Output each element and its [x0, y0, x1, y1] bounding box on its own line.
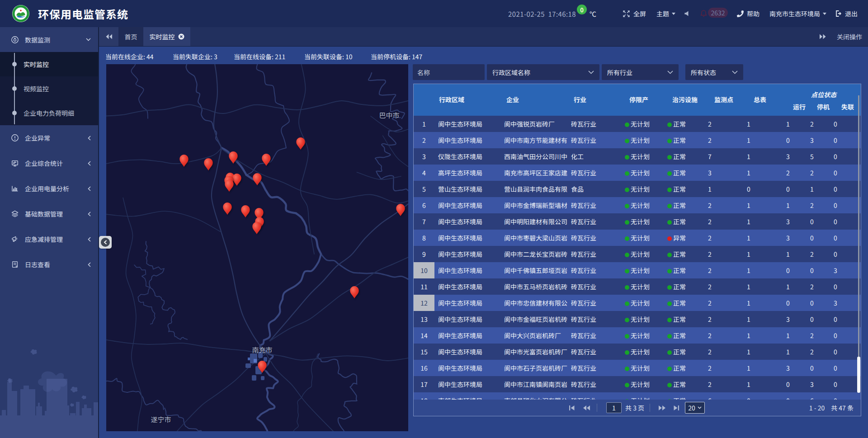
row-index: 2	[414, 132, 434, 148]
table-row[interactable]: 4 高坪生态环境局 南充市高坪区王家店建 砖瓦行业 无计划 正常 3 1 2 2…	[414, 165, 861, 181]
map-pin[interactable]	[296, 137, 306, 150]
fullscreen-button[interactable]: 全屏	[623, 0, 646, 27]
sidebar-item-power-load-detail[interactable]: 企业电力负荷明细	[0, 101, 99, 125]
tab-realtime-monitor[interactable]: 实时监控	[143, 27, 190, 46]
tabs-scroll-right-button[interactable]	[819, 34, 826, 39]
col-header-lost[interactable]: 失联	[841, 102, 854, 111]
map-pin[interactable]	[261, 153, 271, 166]
row-index: 11	[414, 278, 434, 295]
logout-button[interactable]: 退出	[835, 0, 858, 27]
cell-company: 阆中市光富页岩机砖厂	[500, 347, 567, 356]
sidebar-item-realtime-monitor[interactable]: 实时监控	[0, 52, 99, 76]
table-row[interactable]: 1 阆中生态环境局 阆中强锐页岩砖厂 砖瓦行业 无计划 正常 2 1 1 2 0	[414, 116, 861, 132]
table-row[interactable]: 12 阆中生态环境局 阆中市忠信建材有限公 砖瓦行业 无计划 正常 2 1 0 …	[414, 295, 861, 311]
col-header-limit[interactable]: 停限产	[629, 95, 648, 104]
cell-points: 2	[697, 136, 723, 145]
map-pin[interactable]	[222, 202, 232, 215]
col-header-company[interactable]: 企业	[506, 95, 519, 104]
col-header-points[interactable]: 监测点	[714, 95, 733, 104]
tab-home[interactable]: 首页	[118, 27, 143, 46]
sidebar-group-emergency[interactable]: 应急减排管理	[0, 226, 99, 252]
first-page-button[interactable]	[569, 400, 575, 416]
next-page-button[interactable]	[658, 400, 666, 416]
close-operations-button[interactable]: 关闭操作	[837, 32, 862, 41]
sidebar-item-video-monitor[interactable]: 视频监控	[0, 76, 99, 101]
org-dropdown[interactable]: 南充市生态环境局	[769, 0, 826, 27]
table-scrollbar-thumb[interactable]	[857, 357, 860, 393]
cell-limit-status: 无计划	[621, 119, 664, 128]
sidebar-item-label: 企业电力负荷明细	[24, 108, 74, 118]
table-row[interactable]: 5 营山生态环境局 营山县润丰肉食品有限 食品 无计划 正常 1 0 0 1 0	[414, 181, 861, 197]
table-row[interactable]: 7 阆中生态环境局 阆中明阳建材有限公司 砖瓦行业 无计划 正常 2 1 3 0…	[414, 213, 861, 230]
table-row[interactable]: 15 阆中生态环境局 阆中市光富页岩机砖厂 砖瓦行业 无计划 正常 2 1 1 …	[414, 344, 861, 360]
status-select[interactable]: 所有状态	[685, 64, 743, 80]
sidebar-group-logs[interactable]: 日志查看	[0, 252, 99, 277]
sidebar-group-data-monitor[interactable]: 数据监测	[0, 27, 99, 52]
cell-company: 阆中市金博瑞新型墙材	[500, 201, 567, 210]
map-pin[interactable]	[252, 221, 262, 235]
cell-facility-status: 异常	[664, 233, 697, 242]
page-size-select[interactable]: 20	[685, 402, 705, 414]
table-row[interactable]: 3 仪陇生态环境局 西南油气田分公司川中 化工 无计划 正常 7 1 3 5 0	[414, 148, 861, 165]
map-collapse-button[interactable]	[99, 236, 112, 249]
cell-industry: 砖瓦行业	[567, 201, 621, 210]
sidebar-group-base-data[interactable]: 基础数据管理	[0, 201, 99, 226]
cell-industry: 砖瓦行业	[567, 298, 621, 307]
page-number-input[interactable]	[606, 402, 622, 413]
row-index: 4	[414, 165, 434, 181]
map-pin[interactable]	[224, 179, 234, 192]
map-pin[interactable]	[179, 154, 189, 167]
table-scrollbar-track[interactable]	[858, 95, 859, 393]
notification-count-badge[interactable]: 2632	[708, 8, 728, 18]
pager-divider	[650, 404, 650, 412]
table-row[interactable]: 2 阆中生态环境局 阆中市南方节能建材有 砖瓦行业 无计划 正常 2 1 0 3…	[414, 132, 861, 148]
sidebar-group-power-analysis[interactable]: 企业用电量分析	[0, 176, 99, 201]
table-row[interactable]: 8 阆中生态环境局 阆中市枣碧大梁山页岩 砖瓦行业 无计划 异常 2 1 3 0…	[414, 230, 861, 246]
cell-points: 2	[697, 119, 723, 128]
col-header-run[interactable]: 运行	[793, 102, 806, 111]
table-row[interactable]: 16 阆中生态环境局 阆中市石子页岩机砖厂 砖瓦行业 无计划 正常 2 1 3 …	[414, 360, 861, 376]
table-row[interactable]: 11 阆中生态环境局 阆中市五马桥页岩机砖 砖瓦行业 无计划 正常 2 1 1 …	[414, 278, 861, 295]
col-header-facility[interactable]: 治污设施	[672, 95, 698, 104]
mute-speaker-button[interactable]	[683, 0, 690, 27]
theme-dropdown[interactable]: 主题	[656, 0, 675, 27]
col-header-stop[interactable]: 停机	[817, 102, 830, 111]
cell-region: 阆中生态环境局	[434, 298, 500, 307]
table-row[interactable]: 9 阆中生态环境局 阆中市二龙长宝页岩砖 砖瓦行业 无计划 正常 2 1 1 2…	[414, 246, 861, 262]
col-header-industry[interactable]: 行业	[574, 95, 586, 104]
bell-icon	[700, 10, 707, 18]
tab-close-icon[interactable]	[178, 33, 184, 40]
map-pin[interactable]	[257, 360, 267, 373]
table-row[interactable]: 10 阆中生态环境局 阆中千佛镇五郎垭页岩 砖瓦行业 无计划 正常 2 1 0 …	[414, 262, 861, 278]
map-pin[interactable]	[252, 173, 262, 186]
map-pin[interactable]	[396, 203, 406, 217]
table-row[interactable]: 13 阆中生态环境局 阆中市金福旺页岩机砖 砖瓦行业 无计划 正常 2 1 3 …	[414, 311, 861, 327]
name-search-input[interactable]	[413, 64, 485, 80]
col-header-region[interactable]: 行政区域	[439, 95, 464, 104]
map-pin[interactable]	[349, 286, 359, 299]
map-pin[interactable]	[228, 151, 238, 164]
last-page-button[interactable]	[673, 400, 679, 416]
cell-region: 阆中生态环境局	[434, 331, 500, 340]
cell-limit-status: 无计划	[621, 168, 664, 177]
table-row[interactable]: 17 阆中生态环境局 阆中市江南镇阆南页岩 砖瓦行业 无计划 正常 2 1 0 …	[414, 376, 861, 392]
table-row[interactable]: 6 阆中生态环境局 阆中市金博瑞新型墙材 砖瓦行业 无计划 正常 2 1 1 2…	[414, 197, 861, 213]
industry-select[interactable]: 所有行业	[602, 64, 679, 80]
fullscreen-icon	[623, 10, 630, 18]
sidebar-group-company-abnormal[interactable]: 企业异常	[0, 125, 99, 151]
cell-meter: 1	[723, 250, 774, 259]
cell-lost: 0	[822, 331, 849, 340]
col-header-meter[interactable]: 总表	[754, 95, 766, 104]
status-dot	[625, 301, 629, 306]
tabs-scroll-left-button[interactable]	[99, 27, 118, 46]
table-row[interactable]: 14 阆中生态环境局 阆中大兴页岩机砖厂 砖瓦行业 无计划 正常 2 1 1 2…	[414, 327, 861, 344]
sidebar-group-company-stats[interactable]: 企业综合统计	[0, 151, 99, 176]
notification-bell-button[interactable]	[700, 9, 707, 19]
map-pin[interactable]	[241, 205, 250, 218]
prev-page-button[interactable]	[583, 400, 590, 416]
region-select[interactable]: 行政区域名称	[487, 64, 599, 80]
map-panel[interactable]: 巴中市南充市遂宁市	[106, 64, 408, 431]
help-button[interactable]: 帮助	[737, 0, 760, 27]
row-index: 7	[414, 213, 434, 230]
map-pin[interactable]	[203, 158, 213, 171]
